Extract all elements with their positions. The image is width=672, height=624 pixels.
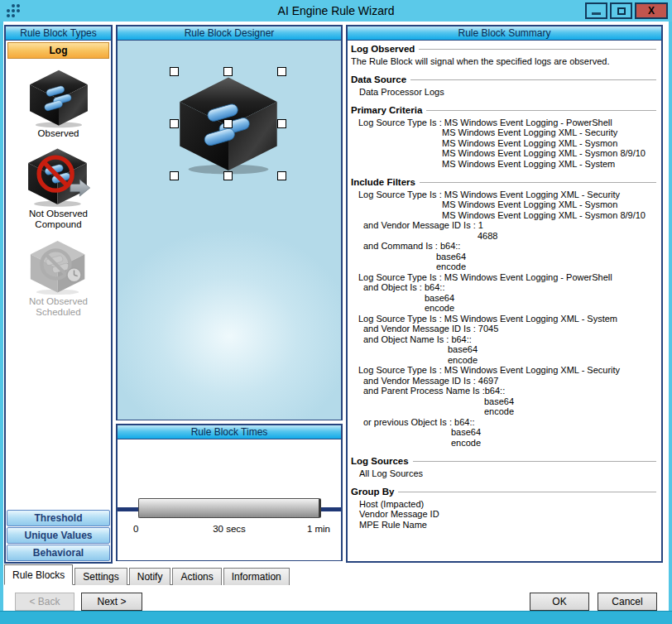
- summary-line: Data Processor Logs: [351, 87, 656, 98]
- summary-line: encode: [351, 355, 656, 366]
- summary-line: The Rule Block will signal when the spec…: [351, 56, 656, 67]
- selection-handle[interactable]: [277, 171, 286, 180]
- summary-section: Include FiltersLog Source Type Is : MS W…: [351, 177, 656, 448]
- rule-type-label: Observed: [38, 128, 79, 139]
- summary-line: Vendor Message ID: [351, 509, 656, 520]
- title-bar: AI Engine Rule Wizard X: [0, 0, 672, 22]
- summary-line: and Vendor Message ID Is : 7045: [351, 324, 656, 334]
- rule-type-label: Not Observed: [29, 209, 88, 219]
- summary-line: and Parent Process Name Is :b64::: [351, 386, 656, 396]
- summary-line: MS Windows Event Logging XML - Sysmon 8/…: [351, 210, 656, 221]
- summary-line: encode: [351, 406, 656, 417]
- maximize-button[interactable]: [610, 2, 632, 19]
- close-icon: X: [648, 5, 655, 17]
- back-button: < Back: [15, 593, 74, 611]
- summary-section-divider: [419, 49, 656, 50]
- summary-line: All Log Sources: [351, 468, 656, 479]
- summary-line: base64: [351, 293, 656, 304]
- summary-line: MS Windows Event Logging XML - Sysmon 8/…: [351, 148, 656, 159]
- not-observed-compound-cube-icon: [26, 146, 92, 209]
- rule-block-designer-panel: Rule Block Designer: [116, 25, 343, 420]
- summary-line: Log Source Type Is : MS Windows Event Lo…: [351, 190, 656, 200]
- summary-line: encode: [351, 262, 656, 272]
- ok-button[interactable]: OK: [530, 593, 589, 611]
- summary-section-divider: [413, 461, 656, 462]
- summary-line: MPE Rule Name: [351, 520, 656, 530]
- summary-line: MS Windows Event Logging XML - Security: [351, 127, 656, 138]
- selection-handle[interactable]: [223, 171, 233, 180]
- summary-line: encode: [351, 438, 656, 449]
- minimize-icon: [592, 12, 601, 15]
- summary-section-title: Log Observed: [351, 44, 415, 55]
- summary-line: MS Windows Event Logging XML - System: [351, 159, 656, 170]
- summary-section-title: Group By: [351, 487, 394, 497]
- summary-line: and Vendor Message ID Is : 1: [351, 220, 656, 231]
- summary-line: 4688: [351, 231, 656, 242]
- rule-type-label: Not Observed: [29, 296, 88, 307]
- time-slider-bar[interactable]: [138, 498, 321, 518]
- rule-block-summary-panel: Rule Block Summary Log ObservedThe Rule …: [346, 25, 663, 563]
- rule-block-designer-header: Rule Block Designer: [118, 26, 341, 41]
- selection-handle[interactable]: [277, 119, 286, 128]
- summary-section: Log ObservedThe Rule Block will signal w…: [351, 44, 656, 66]
- summary-section: Log SourcesAll Log Sources: [351, 456, 656, 478]
- summary-line: and Object Name Is : b64::: [351, 334, 656, 345]
- rule-block-types-panel: Rule Block Types Log Observed: [4, 25, 113, 564]
- tab-actions[interactable]: Actions: [172, 568, 221, 585]
- rule-block-summary-header: Rule Block Summary: [348, 26, 661, 41]
- next-button[interactable]: Next >: [81, 593, 142, 611]
- summary-line: Host (Impacted): [351, 499, 656, 510]
- summary-section-title: Data Source: [351, 74, 406, 85]
- summary-line: Log Source Type Is : MS Windows Event Lo…: [351, 314, 656, 324]
- selection-handle[interactable]: [170, 171, 179, 180]
- summary-section: Primary CriteriaLog Source Type Is : MS …: [351, 105, 656, 169]
- designer-canvas[interactable]: [118, 41, 341, 420]
- not-observed-scheduled-cube-icon: [28, 238, 89, 296]
- rule-type-label: Scheduled: [36, 307, 80, 318]
- summary-section: Data SourceData Processor Logs: [351, 74, 656, 97]
- summary-section-divider: [410, 79, 656, 80]
- cancel-button[interactable]: Cancel: [598, 593, 657, 611]
- selection-handle[interactable]: [170, 67, 179, 76]
- summary-line: base64: [351, 344, 656, 355]
- summary-section: Group ByHost (Impacted)Vendor Message ID…: [351, 487, 656, 530]
- time-tick-end: 1 min: [307, 524, 330, 534]
- selection-handle[interactable]: [223, 119, 233, 128]
- selection-handle[interactable]: [223, 67, 233, 76]
- summary-section-divider: [420, 182, 656, 183]
- summary-line: base64: [351, 252, 656, 262]
- summary-body: Log ObservedThe Rule Block will signal w…: [348, 41, 661, 530]
- summary-line: MS Windows Event Logging XML - Sysmon: [351, 138, 656, 149]
- summary-line: base64: [351, 396, 656, 407]
- unique-values-category-button[interactable]: Unique Values: [7, 527, 110, 544]
- maximize-icon: [617, 7, 626, 15]
- summary-line: and Object Is : b64::: [351, 282, 656, 293]
- selection-handle[interactable]: [277, 67, 286, 76]
- summary-line: base64: [351, 427, 656, 438]
- summary-section-title: Include Filters: [351, 177, 415, 188]
- log-category-button[interactable]: Log: [7, 42, 109, 59]
- selection-handle[interactable]: [170, 119, 179, 128]
- summary-line: and Vendor Message ID Is : 4697: [351, 376, 656, 386]
- tab-rule-blocks[interactable]: Rule Blocks: [4, 564, 73, 585]
- tab-settings[interactable]: Settings: [74, 568, 127, 585]
- tab-notify[interactable]: Notify: [129, 568, 171, 585]
- rule-type-observed[interactable]: Observed: [27, 69, 90, 139]
- rule-type-not-observed-compound[interactable]: Not Observed Compound: [26, 146, 92, 230]
- rule-block-times-header: Rule Block Times: [118, 425, 341, 439]
- threshold-category-button[interactable]: Threshold: [7, 510, 110, 526]
- summary-section-title: Primary Criteria: [351, 105, 422, 116]
- rule-block-times-panel: Rule Block Times 0 30 secs 1 min: [116, 424, 343, 561]
- minimize-button[interactable]: [585, 2, 607, 19]
- summary-section-divider: [426, 110, 656, 111]
- summary-line: or previous Object Is : b64::: [351, 417, 656, 428]
- tab-strip: Rule Blocks Settings Notify Actions Info…: [4, 564, 291, 585]
- rule-type-not-observed-scheduled: Not Observed Scheduled: [28, 238, 89, 318]
- summary-line: Log Source Type Is : MS Windows Event Lo…: [351, 272, 656, 283]
- tab-information[interactable]: Information: [223, 568, 290, 585]
- observed-cube-icon: [27, 69, 90, 128]
- behavioral-category-button[interactable]: Behavioral: [7, 545, 110, 561]
- window-bottom-edge: [0, 611, 672, 624]
- summary-section-divider: [398, 492, 656, 492]
- close-button[interactable]: X: [635, 2, 668, 19]
